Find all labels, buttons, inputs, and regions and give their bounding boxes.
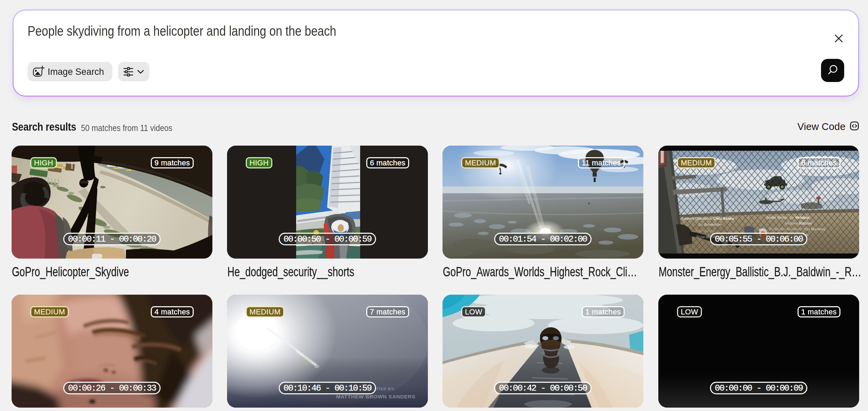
svg-text:Camera Operators: Chris Adams: Camera Operators: Chris Adams — [681, 217, 734, 220]
svg-text:Matthew Mattson: Matthew Mattson — [785, 221, 812, 225]
svg-text:Audio Techs: Jay Verkamp: Audio Techs: Jay Verkamp — [767, 216, 809, 219]
svg-text:MATTHEW BROWN SANDERS: MATTHEW BROWN SANDERS — [336, 394, 415, 399]
svg-text:Jose Castros: Jose Castros — [695, 229, 715, 233]
svg-text:Jay Schweitzer: Jay Schweitzer — [698, 223, 722, 227]
svg-text:Production Assistants: Max Man: Production Assistants: Max Manning — [769, 227, 825, 231]
